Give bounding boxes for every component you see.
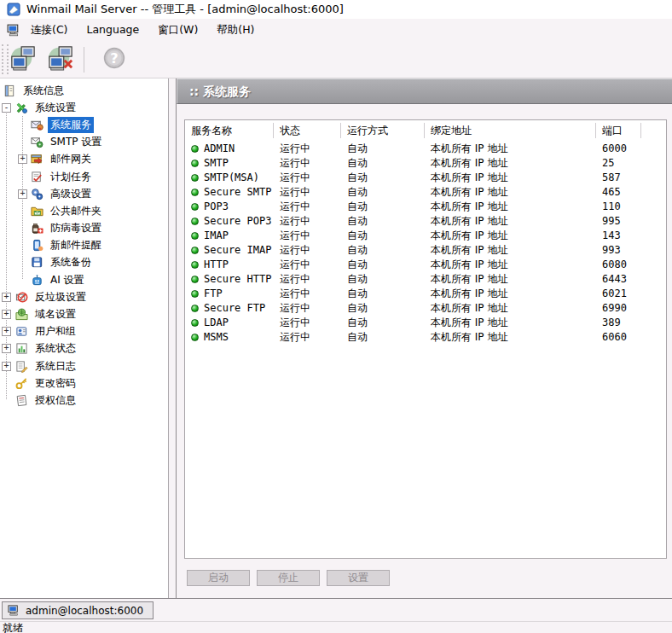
expand-plus-icon[interactable]: + <box>2 310 11 319</box>
logs-icon <box>15 360 28 373</box>
status-cell: 运行中 <box>274 301 341 316</box>
tools-icon <box>15 102 28 114</box>
settings-button[interactable]: 设置 <box>327 570 390 586</box>
sidebar-item-smtp-settings[interactable]: SMTP 设置 <box>0 134 167 151</box>
sidebar-item-mail-gateway[interactable]: +邮件网关 <box>0 151 167 168</box>
sidebar-item-system-status[interactable]: +系统状态 <box>0 340 167 357</box>
sidebar-item-antivirus-settings[interactable]: 防病毒设置 <box>0 220 167 237</box>
service-name-cell: Secure HTTP <box>185 272 274 287</box>
sidebar-item-scheduled-tasks[interactable]: 计划任务 <box>0 168 167 185</box>
table-row[interactable]: Secure POP3运行中自动本机所有 IP 地址995 <box>185 214 666 229</box>
sidebar-item-system-settings[interactable]: -系统设置 <box>0 99 167 116</box>
sidebar-item-domain-settings[interactable]: +域名设置 <box>0 305 167 322</box>
disconnect-button[interactable] <box>46 45 75 74</box>
content-panel: :: 系统服务 服务名称状态运行方式绑定地址端口 ADMIN运行中自动本机所有 … <box>176 78 672 598</box>
status-cell: 运行中 <box>274 229 341 243</box>
sidebar-item-antispam-settings[interactable]: +反垃圾设置 <box>0 288 167 305</box>
table-row[interactable]: Secure IMAP运行中自动本机所有 IP 地址993 <box>185 243 666 258</box>
help-button[interactable]: ? <box>100 45 129 74</box>
sidebar-item-label: 系统状态 <box>32 340 78 357</box>
sidebar-item-label: 系统日志 <box>32 358 78 375</box>
session-window-button[interactable]: admin@localhost:6000 <box>2 601 154 619</box>
run-mode-cell: 自动 <box>341 287 425 301</box>
port-cell: 6080 <box>596 258 641 272</box>
stop-button[interactable]: 停止 <box>257 570 320 586</box>
expand-plus-icon[interactable]: + <box>2 327 11 336</box>
menu-item-window[interactable]: 窗口(W) <box>148 19 207 41</box>
service-name: SMTP(MSA) <box>204 171 259 183</box>
sidebar-item-system-logs[interactable]: +系统日志 <box>0 357 167 375</box>
table-row[interactable]: IMAP运行中自动本机所有 IP 地址143 <box>185 229 666 243</box>
table-row[interactable]: MSMS运行中自动本机所有 IP 地址6060 <box>185 330 666 345</box>
expand-plus-icon[interactable]: + <box>18 154 27 164</box>
connect-icon <box>10 45 36 74</box>
sidebar-item-system-backup[interactable]: 系统备份 <box>0 254 167 271</box>
menu-item-help[interactable]: 帮助(H) <box>207 19 264 41</box>
menu-item-language[interactable]: Language <box>77 19 148 41</box>
table-row[interactable]: Secure HTTP运行中自动本机所有 IP 地址6443 <box>185 272 666 287</box>
sidebar-item-label: SMTP 设置 <box>48 134 104 150</box>
sidebar-item-label: 高级设置 <box>48 186 94 202</box>
column-header[interactable]: 绑定地址 <box>425 120 596 142</box>
service-name-cell: POP3 <box>185 200 274 214</box>
column-header[interactable]: 端口 <box>596 120 641 142</box>
main-area: 系统信息-系统设置系统服务SMTP 设置+邮件网关计划任务+高级设置公共邮件夹防… <box>0 78 672 598</box>
bind-address-cell: 本机所有 IP 地址 <box>425 171 596 185</box>
port-cell: 6021 <box>596 287 641 301</box>
expand-minus-icon[interactable]: - <box>2 103 11 113</box>
computer-icon <box>7 23 21 38</box>
status-dot-icon <box>191 247 199 254</box>
advanced-icon <box>31 188 43 200</box>
sidebar-item-advanced-settings[interactable]: +高级设置 <box>0 185 167 202</box>
run-mode-cell: 自动 <box>341 301 425 316</box>
table-row[interactable]: HTTP运行中自动本机所有 IP 地址6080 <box>185 258 666 272</box>
service-name: HTTP <box>204 258 229 270</box>
table-row[interactable]: ADMIN运行中自动本机所有 IP 地址6000 <box>185 142 666 156</box>
table-row[interactable]: Secure SMTP运行中自动本机所有 IP 地址465 <box>185 185 666 200</box>
table-row[interactable]: FTP运行中自动本机所有 IP 地址6021 <box>185 287 666 301</box>
table-row[interactable]: LDAP运行中自动本机所有 IP 地址389 <box>185 316 666 330</box>
sidebar-item-label: 新邮件提醒 <box>48 237 104 253</box>
table-row[interactable]: SMTP运行中自动本机所有 IP 地址25 <box>185 156 666 171</box>
sidebar-item-new-mail-notify[interactable]: 新邮件提醒 <box>0 237 167 254</box>
status-dot-icon <box>191 290 199 298</box>
column-header[interactable]: 服务名称 <box>185 120 274 142</box>
table-row[interactable]: SMTP(MSA)运行中自动本机所有 IP 地址587 <box>185 171 666 185</box>
status-dot-icon <box>191 276 199 283</box>
service-name: SMTP <box>204 157 229 169</box>
menu-item-connection[interactable]: 连接(C) <box>21 19 77 41</box>
sidebar-item-users-and-groups[interactable]: +用户和组 <box>0 323 167 340</box>
expand-plus-icon[interactable]: + <box>2 362 11 371</box>
service-name: ADMIN <box>204 142 235 154</box>
status-dot-icon <box>191 203 199 211</box>
column-header[interactable]: 运行方式 <box>341 120 425 142</box>
expand-plus-icon[interactable]: + <box>2 344 11 353</box>
port-cell: 110 <box>596 200 641 214</box>
sidebar-item-ai-settings[interactable]: AI 设置 <box>0 271 167 288</box>
port-cell: 143 <box>596 229 641 243</box>
table-row[interactable]: Secure FTP运行中自动本机所有 IP 地址6990 <box>185 301 666 316</box>
sidebar-item-system-info[interactable]: 系统信息 <box>0 82 167 99</box>
expand-plus-icon[interactable]: + <box>18 189 27 199</box>
connect-button[interactable] <box>9 45 38 74</box>
run-mode-cell: 自动 <box>341 142 425 156</box>
toolbar-grip[interactable] <box>2 44 9 74</box>
column-header[interactable]: 状态 <box>274 120 341 142</box>
panel-splitter[interactable] <box>169 78 176 598</box>
sidebar-item-license-info[interactable]: 授权信息 <box>0 392 167 409</box>
run-mode-cell: 自动 <box>341 330 425 345</box>
status-cell: 运行中 <box>274 272 341 287</box>
sidebar-item-public-folders[interactable]: 公共邮件夹 <box>0 202 167 219</box>
computer-icon <box>8 604 20 617</box>
sysservice-icon <box>31 119 43 131</box>
status-cell: 运行中 <box>274 156 341 171</box>
start-button[interactable]: 启动 <box>187 570 250 586</box>
toolbar-buttons: ? <box>0 45 129 74</box>
table-row[interactable]: POP3运行中自动本机所有 IP 地址110 <box>185 200 666 214</box>
book-icon <box>3 84 16 97</box>
mdi-child-window-icon[interactable] <box>3 23 21 38</box>
sidebar-item-change-password[interactable]: 更改密码 <box>0 375 167 392</box>
sidebar-item-system-services[interactable]: 系统服务 <box>0 116 167 133</box>
sidebar-item-label: 公共邮件夹 <box>48 203 104 219</box>
expand-plus-icon[interactable]: + <box>2 293 11 302</box>
